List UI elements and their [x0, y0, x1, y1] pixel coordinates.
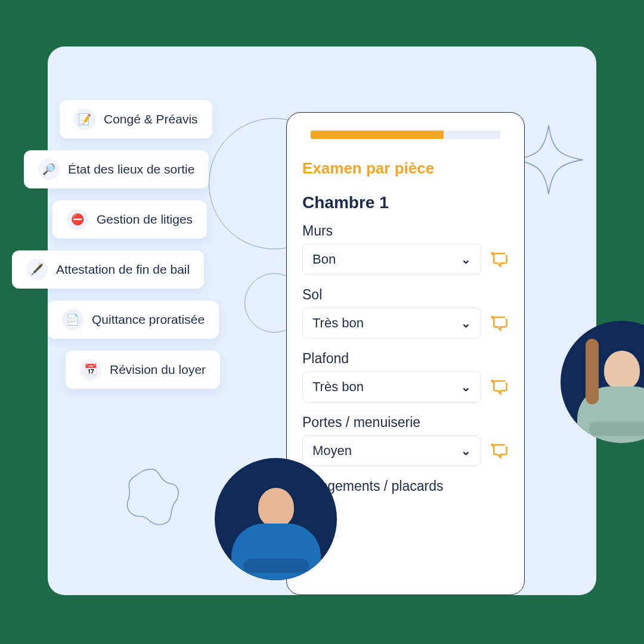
field-portes: Portes / menuiserie Moyen ⌄ — [302, 414, 509, 466]
select-portes[interactable]: Moyen ⌄ — [302, 435, 481, 466]
chip-label: Attestation de fin de bail — [56, 262, 190, 277]
select-value: Très bon — [312, 315, 364, 331]
field-murs: Murs Bon ⌄ — [302, 223, 509, 275]
feature-chip-quittance[interactable]: 📄 Quittance proratisée — [48, 301, 219, 339]
avatar-man — [215, 458, 337, 580]
chevron-down-icon: ⌄ — [461, 444, 471, 458]
chip-label: Quittance proratisée — [92, 312, 205, 327]
field-label: Sol — [302, 287, 509, 303]
chevron-down-icon: ⌄ — [461, 316, 471, 330]
add-comment-icon[interactable] — [490, 441, 509, 460]
chip-label: Congé & Préavis — [104, 112, 198, 126]
select-murs[interactable]: Bon ⌄ — [302, 244, 481, 275]
avatar-woman — [561, 321, 644, 443]
chevron-down-icon: ⌄ — [461, 252, 471, 267]
field-label: Murs — [302, 223, 509, 239]
section-title: Examen par pièce — [302, 159, 509, 178]
select-value: Très bon — [312, 379, 364, 395]
select-value: Bon — [312, 252, 336, 267]
feature-chip-revision[interactable]: 📅 Révision du loyer — [66, 351, 220, 389]
chip-label: Gestion de litiges — [97, 212, 193, 227]
feature-chip-attestation[interactable]: 🖋️ Attestation de fin de bail — [12, 250, 204, 289]
feature-canvas: 📝 Congé & Préavis 🔎 État des lieux de so… — [48, 47, 596, 595]
field-plafond: Plafond Très bon ⌄ — [302, 351, 509, 402]
chip-label: État des lieux de sortie — [68, 162, 194, 177]
feature-chip-litiges[interactable]: ⛔ Gestion de litiges — [52, 200, 207, 239]
add-comment-icon[interactable] — [490, 250, 509, 269]
progress-bar — [311, 131, 500, 139]
feature-chip-etat-lieux[interactable]: 🔎 État des lieux de sortie — [24, 150, 209, 188]
pen-icon: 🖋️ — [26, 259, 48, 280]
feature-chip-list: 📝 Congé & Préavis 🔎 État des lieux de so… — [12, 100, 220, 389]
blob-star-icon — [119, 464, 185, 530]
field-label: Portes / menuiserie — [302, 414, 509, 431]
calendar-icon: 📅 — [80, 359, 101, 380]
document-icon: 📝 — [74, 109, 95, 130]
room-title: Chambre 1 — [302, 193, 509, 212]
progress-fill — [311, 131, 444, 139]
select-plafond[interactable]: Très bon ⌄ — [302, 371, 481, 402]
select-value: Moyen — [312, 443, 352, 459]
field-label: Rangements / placards — [302, 478, 509, 494]
page-icon: 📄 — [62, 309, 83, 330]
add-comment-icon[interactable] — [490, 314, 509, 333]
no-entry-icon: ⛔ — [67, 209, 88, 230]
add-comment-icon[interactable] — [490, 377, 509, 397]
chevron-down-icon: ⌄ — [461, 380, 471, 394]
field-rangements: Rangements / placards — [302, 478, 509, 494]
field-sol: Sol Très bon ⌄ — [302, 287, 509, 339]
field-label: Plafond — [302, 351, 509, 367]
select-sol[interactable]: Très bon ⌄ — [302, 308, 481, 339]
magnifier-icon: 🔎 — [38, 159, 60, 180]
chip-label: Révision du loyer — [110, 363, 206, 377]
feature-chip-conge[interactable]: 📝 Congé & Préavis — [60, 100, 212, 138]
